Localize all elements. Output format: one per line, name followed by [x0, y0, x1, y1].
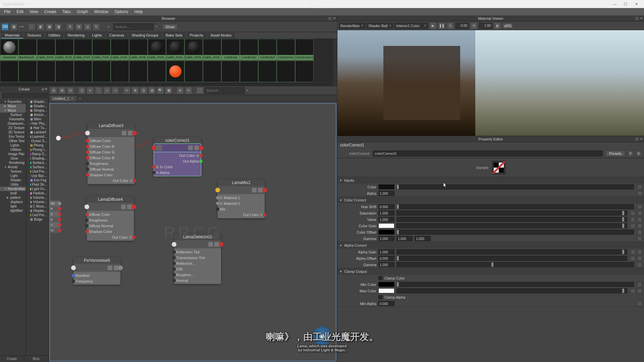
create-search-input[interactable]: [2, 93, 50, 98]
reset-icon[interactable]: [631, 224, 635, 228]
node-solo-icon[interactable]: [122, 131, 126, 135]
port-in[interactable]: [85, 219, 89, 222]
port-in[interactable]: [86, 156, 89, 160]
section-header[interactable]: ▼Color Correct: [337, 197, 644, 203]
node-head-out-port[interactable]: [262, 188, 267, 192]
material-swatch[interactable]: [37, 61, 55, 82]
node-pxrvoronoise5[interactable]: PxrVoronoise5 Manifold Frequency: [73, 257, 120, 285]
node-head-out-port[interactable]: [132, 131, 137, 135]
offset-slider[interactable]: [396, 230, 634, 235]
node-head-in-port[interactable]: [215, 188, 220, 192]
material-swatch[interactable]: CamBody: [221, 39, 240, 60]
node-head-out-port[interactable]: [131, 204, 136, 209]
node-head-in-port[interactable]: [85, 204, 89, 209]
tree-node-type[interactable]: Ramp S...: [26, 152, 48, 156]
again-field[interactable]: 1.000: [378, 249, 394, 254]
node-attr-inalpha[interactable]: In Alpha: [154, 170, 201, 175]
port-out[interactable]: [199, 160, 203, 163]
material-swatch[interactable]: Cable_PxrS...: [184, 39, 203, 60]
port-in[interactable]: [72, 274, 75, 277]
tree-node-type[interactable]: Shader...: [26, 100, 48, 104]
tree-node-type[interactable]: Stingra...: [26, 108, 48, 113]
port-out[interactable]: [58, 223, 61, 227]
port-out[interactable]: [133, 179, 136, 182]
menu-create[interactable]: Create: [42, 9, 59, 15]
show-button[interactable]: Show: [162, 24, 178, 30]
pe-paste-icon[interactable]: ⎗: [636, 151, 641, 156]
browser-tab[interactable]: Shading Groups: [128, 33, 162, 39]
tree-node-type[interactable]: Use Bac...: [26, 174, 48, 178]
reset-icon[interactable]: [631, 289, 635, 293]
gt-13[interactable]: ▦: [165, 87, 172, 94]
port-in[interactable]: [172, 267, 176, 271]
tree-node-type[interactable]: Layered...: [26, 134, 48, 139]
material-swatch[interactable]: [0, 61, 18, 82]
map-icon[interactable]: [637, 224, 642, 228]
node-attr[interactable]: Diffuse Color R: [88, 143, 135, 149]
material-swatch[interactable]: [111, 61, 129, 82]
material-swatch[interactable]: BackdropS...: [18, 39, 37, 60]
tree-node-type[interactable]: Usd Pre...: [26, 169, 48, 174]
close-button[interactable]: ✕: [631, 1, 641, 7]
toolbar-btn-4[interactable]: ◨: [54, 23, 62, 31]
tree-node-type[interactable]: Usd Pre...: [26, 213, 48, 217]
graph-tab-add[interactable]: +: [77, 96, 83, 101]
browser-tab[interactable]: Textures: [24, 33, 45, 39]
menu-graph[interactable]: Graph: [74, 9, 91, 15]
tree-node-type[interactable]: Lambert: [26, 130, 48, 134]
gamma-g-field[interactable]: 1.000: [396, 236, 413, 241]
node-header[interactable]: [154, 144, 201, 152]
tree-category[interactable]: Surface: [0, 113, 26, 117]
tree-node-type[interactable]: Shader...: [26, 104, 48, 108]
tree-node-type[interactable]: Blinn: [26, 117, 48, 121]
tree-node-type[interactable]: Volume...: [26, 195, 48, 200]
port-out[interactable]: [58, 229, 61, 232]
node-attr-mix[interactable]: Mix: [218, 206, 265, 212]
offset-swatch[interactable]: [378, 230, 394, 235]
graph-canvas[interactable]: SBRGBAIG LamaDiffuse3 Diffuse ColorDiffu…: [49, 103, 336, 361]
port-in[interactable]: [172, 273, 176, 277]
node-menu-icon[interactable]: [258, 188, 263, 192]
tree-category[interactable]: Light: [0, 174, 26, 178]
viewer-cm-icon[interactable]: ◐: [494, 22, 501, 29]
maximize-button[interactable]: ☐: [621, 1, 631, 7]
tree-category[interactable]: Lights: [0, 143, 26, 147]
viewer-val2[interactable]: 1.00: [479, 23, 492, 29]
again-slider[interactable]: [396, 249, 627, 254]
material-swatch[interactable]: [148, 61, 166, 82]
tree-category[interactable]: ▼Arnold: [0, 165, 26, 169]
gt-9[interactable]: ≡: [123, 87, 130, 94]
port-in[interactable]: [85, 224, 89, 228]
material-swatch[interactable]: Cable_PxrS...: [37, 39, 55, 60]
port-in[interactable]: [86, 145, 89, 148]
port-in[interactable]: [86, 162, 89, 165]
node-header[interactable]: [218, 186, 265, 194]
node-head-out-port[interactable]: [118, 265, 123, 270]
viewer-pause-icon[interactable]: ❚❚: [438, 22, 445, 29]
panel-pop-icon[interactable]: ◱: [635, 137, 639, 141]
node-attr[interactable]: Out Color▫: [87, 234, 134, 240]
pe-copy-icon[interactable]: ⎘: [628, 151, 633, 156]
tiny-node-row[interactable]: SB: [50, 201, 60, 206]
tree-node-type[interactable]: Particle...: [26, 191, 48, 195]
viewer-val1[interactable]: 0.00: [455, 23, 469, 29]
tree-category[interactable]: Displacem...: [0, 121, 26, 126]
upstream-port[interactable]: [56, 136, 61, 140]
node-attr[interactable]: Reflectivit...: [174, 260, 221, 266]
maxcolor-slider[interactable]: [396, 288, 627, 293]
port-in[interactable]: [152, 165, 156, 169]
node-attr[interactable]: Normal: [174, 278, 221, 283]
node-head-out-port[interactable]: [219, 242, 223, 247]
gain-swatch[interactable]: [378, 223, 394, 228]
node-attr[interactable]: Out Color▫: [88, 178, 135, 183]
port-out[interactable]: [58, 213, 61, 216]
tree-category[interactable]: ▶pattern: [0, 195, 26, 200]
node-attr[interactable]: Diffuse Normal: [88, 166, 135, 172]
node-solo-icon[interactable]: [188, 145, 193, 150]
gamma-r-field[interactable]: 1.000: [378, 236, 394, 241]
tree-node-type[interactable]: Displac...: [26, 208, 48, 213]
map-icon[interactable]: [637, 236, 642, 241]
node-header[interactable]: [73, 264, 120, 272]
gt-10[interactable]: ≣: [131, 87, 139, 94]
port-out[interactable]: [263, 213, 266, 217]
